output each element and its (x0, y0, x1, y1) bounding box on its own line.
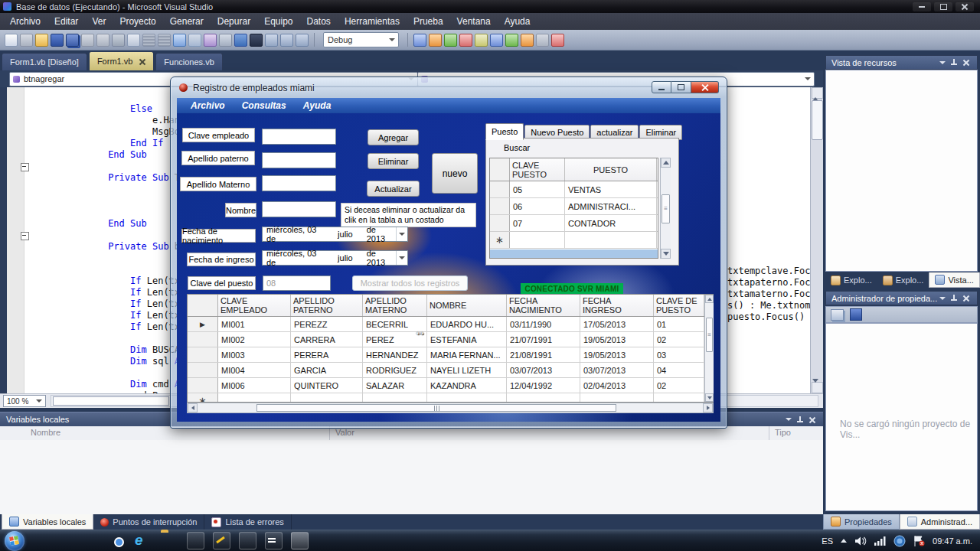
puesto-grid-vscroll[interactable]: ≡ (660, 158, 671, 259)
employee-new-row[interactable]: ∗ (188, 393, 713, 403)
close-tab-icon[interactable] (139, 58, 145, 65)
editor-vertical-scrollbar[interactable] (810, 87, 824, 393)
close-icon[interactable] (962, 59, 969, 66)
internet-explorer-icon[interactable]: e (135, 532, 152, 549)
menu-item[interactable]: Archivo (3, 13, 47, 30)
open-file-icon[interactable] (35, 34, 48, 47)
restore-button[interactable] (934, 2, 952, 11)
minimize-button[interactable] (913, 2, 931, 11)
fecha-nacimiento-picker[interactable]: miércoles, 03 de julio de 2013 (262, 227, 408, 242)
employee-row[interactable]: MI002 CARRERA PEREZ ESTEFANIA 21/07/1991… (188, 332, 713, 347)
step-out-icon[interactable] (296, 34, 309, 47)
tool-window-tab[interactable]: Explo... (825, 272, 877, 288)
scrollbar-thumb[interactable]: ≡ (706, 318, 713, 352)
input-clave-empleado[interactable] (262, 129, 336, 145)
outline-collapse-icon[interactable] (21, 163, 29, 171)
document-tab[interactable]: Form1.vb [Diseño] (2, 53, 87, 70)
hidden-icons-chevron-icon[interactable] (841, 539, 847, 543)
column-header[interactable]: PUESTO (565, 158, 657, 181)
chrome-icon[interactable] (109, 532, 126, 549)
puesto-row[interactable]: 06 ADMINISTRACI... (490, 198, 658, 215)
app-dark-icon[interactable] (239, 532, 256, 549)
scrollbar-thumb[interactable] (53, 396, 169, 406)
menu-item[interactable]: Ventana (450, 13, 498, 30)
pin-icon[interactable] (797, 416, 803, 423)
close-button[interactable] (956, 2, 974, 11)
tool-window-tab[interactable]: Explo... (877, 272, 929, 288)
employee-row[interactable]: MI006 QUINTERO SALAZAR KAZANDRA 12/04/19… (188, 378, 713, 393)
running-form-app-icon[interactable] (291, 532, 309, 549)
firefox-icon[interactable] (83, 532, 100, 549)
properties-window-icon[interactable] (429, 34, 442, 47)
new-item-icon[interactable] (5, 34, 18, 47)
window-position-icon[interactable] (786, 418, 792, 421)
designer-app-icon[interactable] (213, 532, 230, 549)
pin-icon[interactable] (951, 59, 957, 66)
input-apellido-paterno[interactable] (262, 152, 336, 168)
employees-grid-hscroll[interactable] (187, 403, 714, 413)
toolbox-icon[interactable] (459, 34, 472, 47)
zoom-combo[interactable]: 100 % (3, 395, 46, 407)
form-minimize-button[interactable] (652, 81, 671, 93)
document-tab[interactable]: Form1.vb (89, 51, 154, 70)
input-clave-puesto[interactable]: 08 (263, 276, 331, 291)
scroll-up-icon[interactable] (812, 87, 823, 99)
find-in-files-icon[interactable] (127, 34, 140, 47)
database-icon[interactable] (551, 34, 564, 47)
nuevo-button[interactable]: nuevo (432, 153, 478, 194)
add-project-icon[interactable] (831, 309, 844, 321)
input-apellido-materno[interactable] (262, 175, 336, 191)
actualizar-button[interactable]: Actualizar (367, 181, 420, 197)
document-tab[interactable]: Funciones.vb (155, 53, 222, 70)
save-icon[interactable] (850, 308, 862, 321)
puesto-grid[interactable]: CLAVE PUESTO PUESTO 05 VENTAS 06 ADMINIS… (489, 158, 658, 259)
employee-row[interactable]: MI003 PERERA HERNANDEZ MARIA FERNAN... 2… (188, 347, 713, 363)
form-menu-item[interactable]: Archivo (185, 100, 236, 111)
scrollbar-thumb[interactable]: ≡ (662, 194, 670, 223)
window-position-icon[interactable] (939, 297, 946, 300)
fecha-ingreso-picker[interactable]: miércoles, 03 de julio de 2013 (262, 250, 408, 266)
pin-icon[interactable] (951, 295, 957, 302)
form-maximize-button[interactable] (671, 81, 691, 93)
object-browser-icon[interactable] (444, 34, 457, 47)
redo-icon[interactable] (188, 34, 201, 47)
column-header[interactable]: CLAVE PUESTO (510, 158, 565, 181)
column-header[interactable]: FECHA INGRESO (580, 295, 654, 316)
eliminar-button[interactable]: Eliminar (368, 153, 419, 169)
menu-item[interactable]: Prueba (407, 13, 450, 30)
undo-icon[interactable] (173, 34, 186, 47)
language-indicator[interactable]: ES (822, 536, 833, 546)
outline-collapse-icon[interactable] (21, 232, 29, 240)
column-header-valor[interactable]: Valor (335, 428, 354, 437)
menu-item[interactable]: Datos (300, 13, 338, 30)
solution-explorer-icon[interactable] (413, 34, 426, 47)
window-position-icon[interactable] (939, 61, 946, 64)
menu-item[interactable]: Proyecto (113, 13, 162, 30)
menu-item[interactable]: Herramientas (338, 13, 407, 30)
tool-window-tab[interactable]: Puntos de interrupción (93, 514, 204, 530)
add-item-icon[interactable] (20, 34, 33, 47)
column-header-nombre[interactable]: Nombre (31, 428, 60, 437)
update-icon[interactable] (893, 535, 906, 547)
column-header[interactable]: CLAVE EMPLEADO (218, 295, 291, 316)
form-titlebar[interactable]: Registro de empleados miami (171, 77, 727, 98)
employee-row[interactable]: MI004 GARCIA RODRIGUEZ NAYELI LIZETH 03/… (188, 363, 713, 378)
menu-item[interactable]: Generar (163, 13, 211, 30)
comment-icon[interactable] (142, 34, 155, 47)
navigate-backward-icon[interactable] (204, 34, 217, 47)
menu-item[interactable]: Ayuda (498, 13, 537, 30)
form-tab[interactable]: Puesto (485, 123, 524, 140)
form-menu-item[interactable]: Consultas (236, 100, 297, 111)
property-manager-header[interactable]: Administrador de propieda... (825, 291, 978, 305)
speaker-icon[interactable] (854, 536, 867, 546)
spreadsheet-app-icon[interactable] (265, 532, 283, 549)
agregar-button[interactable]: Agregar (368, 129, 419, 145)
pointer-icon[interactable] (536, 34, 549, 47)
save-icon[interactable] (51, 34, 64, 47)
close-icon[interactable] (962, 295, 969, 302)
immediate-window-icon[interactable] (490, 34, 503, 47)
column-header[interactable]: FECHA NACIMIENTO (507, 295, 580, 316)
column-header[interactable]: APELLIDO MATERNO (363, 295, 427, 316)
tool-window-tab[interactable]: Lista de errores (204, 514, 291, 530)
windows-explorer-icon[interactable] (161, 532, 178, 549)
